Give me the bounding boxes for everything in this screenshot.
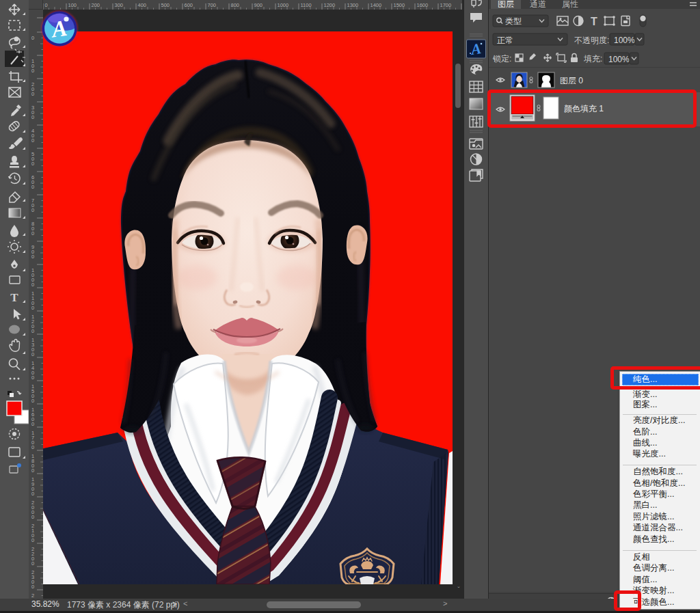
svg-text:0: 0 [31, 560, 34, 567]
svg-text:0: 0 [31, 421, 34, 427]
svg-text:0: 0 [31, 514, 34, 520]
svg-text:1700: 1700 [440, 2, 452, 8]
svg-text:1100: 1100 [301, 2, 312, 8]
svg-text:通道: 通道 [530, 0, 546, 9]
svg-text:400: 400 [138, 2, 147, 8]
svg-text:0: 0 [31, 305, 34, 311]
svg-text:100: 100 [68, 2, 77, 8]
svg-text:200: 200 [92, 2, 100, 8]
svg-text:100%: 100% [614, 36, 635, 45]
svg-text:0: 0 [31, 68, 34, 74]
svg-text:0: 0 [31, 537, 34, 543]
svg-text:T: T [10, 291, 18, 304]
svg-text:0: 0 [31, 137, 34, 144]
svg-text:类型: 类型 [505, 16, 522, 26]
svg-text:正常: 正常 [497, 36, 513, 45]
svg-text:1000: 1000 [278, 2, 289, 8]
svg-text:0: 0 [31, 328, 34, 334]
svg-text:锁定:: 锁定: [492, 54, 511, 64]
svg-text:图层 0: 图层 0 [560, 76, 583, 85]
svg-text:900: 900 [254, 2, 263, 8]
svg-text:不透明度:: 不透明度: [574, 36, 609, 45]
svg-text:0: 0 [31, 230, 34, 236]
svg-text:300: 300 [115, 2, 124, 8]
svg-text:600: 600 [185, 2, 193, 8]
svg-text:100%: 100% [608, 55, 630, 64]
svg-text:1200: 1200 [324, 2, 336, 8]
svg-text:1400: 1400 [371, 2, 382, 8]
svg-text:0: 0 [31, 584, 34, 590]
svg-text:0: 0 [45, 2, 48, 8]
svg-text:0: 0 [31, 282, 34, 288]
svg-text:0: 0 [31, 444, 34, 450]
svg-text:0: 0 [31, 398, 34, 404]
svg-text:0: 0 [31, 374, 34, 381]
svg-text:1500: 1500 [394, 2, 405, 8]
svg-text:0: 0 [31, 467, 34, 474]
svg-text:填充:: 填充: [584, 54, 602, 64]
svg-text:0: 0 [31, 207, 34, 213]
svg-text:0: 0 [31, 254, 34, 260]
svg-text:800: 800 [231, 2, 240, 8]
svg-text:1600: 1600 [417, 2, 429, 8]
svg-text:图层: 图层 [498, 0, 514, 9]
svg-text:500: 500 [161, 2, 170, 8]
svg-text:0: 0 [31, 184, 34, 190]
svg-text:属性: 属性 [562, 0, 578, 9]
svg-text:0: 0 [31, 161, 34, 167]
svg-text:700: 700 [208, 2, 217, 8]
svg-text:1300: 1300 [347, 2, 359, 8]
svg-text:T: T [591, 16, 597, 27]
svg-text:0: 0 [31, 491, 34, 497]
svg-text:0: 0 [31, 91, 34, 97]
svg-text:0: 0 [31, 35, 34, 41]
svg-text:0: 0 [31, 114, 34, 120]
svg-text:0: 0 [31, 351, 34, 357]
